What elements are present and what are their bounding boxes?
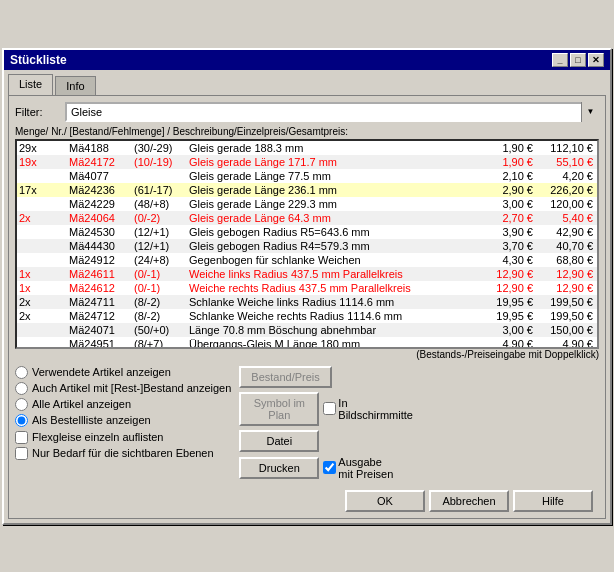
row-qty: 29x <box>19 141 69 155</box>
row-stock: (0/-1) <box>134 267 189 281</box>
checkbox-label-0: Flexgleise einzeln auflisten <box>32 431 163 443</box>
bottom-section: Verwendete Artikel anzeigen Auch Artikel… <box>15 366 599 480</box>
table-area[interactable]: 29x Mä4188 (30/-29) Gleis gerade 188.3 m… <box>15 139 599 349</box>
row-total: 226,20 € <box>537 183 595 197</box>
row-nr: Mä4077 <box>69 169 134 183</box>
bestand-preis-button[interactable]: Bestand/Preis <box>239 366 331 388</box>
checkbox-0[interactable] <box>15 431 28 444</box>
symbol-im-plan-button[interactable]: Symbol im Plan <box>239 392 319 426</box>
row-qty <box>19 323 69 337</box>
drucken-button[interactable]: Drucken <box>239 457 319 479</box>
table-row[interactable]: 29x Mä4188 (30/-29) Gleis gerade 188.3 m… <box>17 141 597 155</box>
row-total: 5,40 € <box>537 211 595 225</box>
radio-option-1[interactable] <box>15 382 28 395</box>
row-unit: 4,30 € <box>485 253 537 267</box>
table-column-header: Menge/ Nr./ [Bestand/Fehlmenge] / Beschr… <box>15 126 599 137</box>
window-title: Stückliste <box>10 53 67 67</box>
maximize-button[interactable]: □ <box>570 53 586 67</box>
table-row[interactable]: 17x Mä24236 (61/-17) Gleis gerade Länge … <box>17 183 597 197</box>
row-nr: Mä24530 <box>69 225 134 239</box>
row-desc: Gleis gerade Länge 229.3 mm <box>189 197 485 211</box>
row-total: 4,20 € <box>537 169 595 183</box>
row-nr: Mä24071 <box>69 323 134 337</box>
filter-input-wrap: ▼ <box>65 102 599 122</box>
table-row[interactable]: 1x Mä24612 (0/-1) Weiche rechts Radius 4… <box>17 281 597 295</box>
title-bar: Stückliste _ □ ✕ <box>4 50 610 70</box>
table-row[interactable]: 1x Mä24611 (0/-1) Weiche links Radius 43… <box>17 267 597 281</box>
row-desc: Schlanke Weiche rechts Radius 1114.6 mm <box>189 309 485 323</box>
in-bildschirmmitte-label: In Bildschirmmitte <box>323 397 413 421</box>
row-qty: 2x <box>19 295 69 309</box>
row-desc: Weiche links Radius 437.5 mm Parallelkre… <box>189 267 485 281</box>
row-qty <box>19 197 69 211</box>
table-row[interactable]: 2x Mä24064 (0/-2) Gleis gerade Länge 64.… <box>17 211 597 225</box>
table-row[interactable]: Mä24071 (50/+0) Länge 70.8 mm Böschung a… <box>17 323 597 337</box>
filter-dropdown-icon[interactable]: ▼ <box>581 102 599 122</box>
row-unit: 12,90 € <box>485 281 537 295</box>
buttons-section: Bestand/Preis Symbol im Plan In Bildschi… <box>239 366 399 480</box>
tab-bar: Liste Info <box>4 70 610 95</box>
row-stock: (10/-19) <box>134 155 189 169</box>
row-qty <box>19 253 69 267</box>
row-total: 4,90 € <box>537 337 595 349</box>
row-desc: Gleis gerade Länge 77.5 mm <box>189 169 485 183</box>
datei-button[interactable]: Datei <box>239 430 319 452</box>
table-row[interactable]: 2x Mä24712 (8/-2) Schlanke Weiche rechts… <box>17 309 597 323</box>
row-unit: 2,10 € <box>485 169 537 183</box>
row-nr: Mä24611 <box>69 267 134 281</box>
row-total: 120,00 € <box>537 197 595 211</box>
filter-label: Filter: <box>15 106 65 118</box>
table-row[interactable]: Mä24951 (8/+7) Übergangs-Gleis M Länge 1… <box>17 337 597 349</box>
radio-section: Verwendete Artikel anzeigen Auch Artikel… <box>15 366 231 427</box>
row-total: 42,90 € <box>537 225 595 239</box>
ok-button[interactable]: OK <box>345 490 425 512</box>
row-unit: 1,90 € <box>485 155 537 169</box>
left-options: Verwendete Artikel anzeigen Auch Artikel… <box>15 366 231 480</box>
ausgabe-mit-preisen-checkbox[interactable] <box>323 461 336 474</box>
btn-row-datei: Datei <box>239 430 399 452</box>
row-stock <box>134 169 189 183</box>
hilfe-button[interactable]: Hilfe <box>513 490 593 512</box>
minimize-button[interactable]: _ <box>552 53 568 67</box>
abbrechen-button[interactable]: Abbrechen <box>429 490 509 512</box>
radio-label-2: Alle Artikel anzeigen <box>32 398 131 410</box>
table-row[interactable]: Mä24912 (24/+8) Gegenbogen für schlanke … <box>17 253 597 267</box>
row-stock: (0/-1) <box>134 281 189 295</box>
row-desc: Weiche rechts Radius 437.5 mm Parallelkr… <box>189 281 485 295</box>
row-nr: Mä44430 <box>69 239 134 253</box>
radio-option-2[interactable] <box>15 398 28 411</box>
radio-row: Auch Artikel mit [Rest-]Bestand anzeigen <box>15 382 231 395</box>
row-qty <box>19 337 69 349</box>
table-row[interactable]: Mä4077 Gleis gerade Länge 77.5 mm 2,10 €… <box>17 169 597 183</box>
radio-option-0[interactable] <box>15 366 28 379</box>
tab-liste[interactable]: Liste <box>8 74 53 95</box>
row-total: 150,00 € <box>537 323 595 337</box>
checkbox-1[interactable] <box>15 447 28 460</box>
ausgabe-mit-preisen-label: Ausgabe mit Preisen <box>323 456 399 480</box>
checkbox-row: Flexgleise einzeln auflisten <box>15 431 231 444</box>
table-row[interactable]: 2x Mä24711 (8/-2) Schlanke Weiche links … <box>17 295 597 309</box>
table-row[interactable]: Mä24229 (48/+8) Gleis gerade Länge 229.3… <box>17 197 597 211</box>
row-stock: (8/-2) <box>134 295 189 309</box>
radio-label-3: Als Bestellliste anzeigen <box>32 414 151 426</box>
close-button[interactable]: ✕ <box>588 53 604 67</box>
table-row[interactable]: Mä44430 (12/+1) Gleis gebogen Radius R4=… <box>17 239 597 253</box>
checkbox-label-1: Nur Bedarf für die sichtbaren Ebenen <box>32 447 214 459</box>
hint-text: (Bestands-/Preiseingabe mit Doppelklick) <box>15 349 599 360</box>
table-row[interactable]: 19x Mä24172 (10/-19) Gleis gerade Länge … <box>17 155 597 169</box>
filter-input[interactable] <box>65 102 599 122</box>
in-bildschirmmitte-checkbox[interactable] <box>323 402 336 415</box>
row-qty <box>19 239 69 253</box>
title-bar-buttons: _ □ ✕ <box>552 53 604 67</box>
row-stock: (8/-2) <box>134 309 189 323</box>
table-row[interactable]: Mä24530 (12/+1) Gleis gebogen Radius R5=… <box>17 225 597 239</box>
row-unit: 2,90 € <box>485 183 537 197</box>
row-total: 112,10 € <box>537 141 595 155</box>
row-stock: (30/-29) <box>134 141 189 155</box>
row-desc: Länge 70.8 mm Böschung abnehmbar <box>189 323 485 337</box>
radio-option-3[interactable] <box>15 414 28 427</box>
row-unit: 3,00 € <box>485 323 537 337</box>
main-window: Stückliste _ □ ✕ Liste Info Filter: ▼ Me… <box>2 48 612 525</box>
tab-info[interactable]: Info <box>55 76 95 95</box>
row-desc: Gleis gebogen Radius R5=643.6 mm <box>189 225 485 239</box>
